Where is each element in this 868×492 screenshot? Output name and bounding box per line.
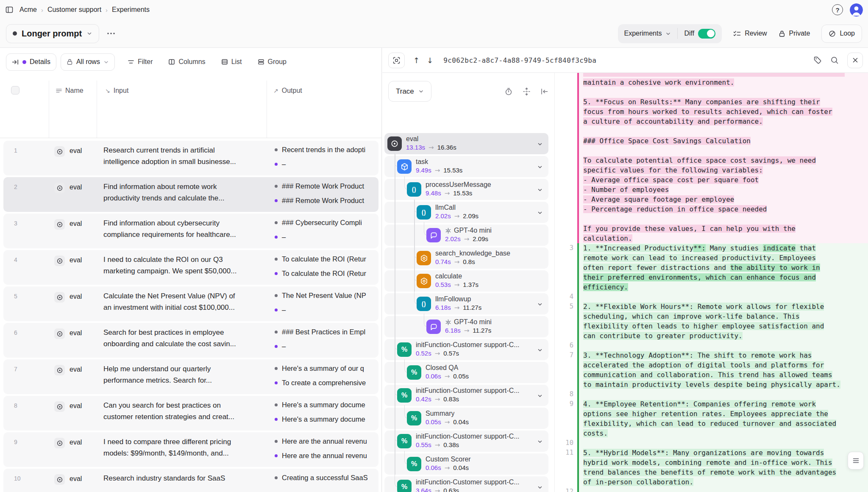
trace-node[interactable]: GPT-4o mini2.02s→2.09s <box>384 225 548 246</box>
close-icon[interactable] <box>847 53 863 68</box>
diff-toggle[interactable] <box>698 29 715 39</box>
row-input: Search for best practices in employee <box>103 328 268 337</box>
experiment-name: Longer prompt <box>22 29 82 39</box>
rows-filter-dropdown[interactable]: All rows <box>61 53 115 71</box>
trace-node[interactable]: calculate0.53s→1.37s <box>384 270 548 292</box>
trace-node[interactable]: task9.49s→15.53s <box>384 156 548 177</box>
diff-line-added: remote work can lead to increased produc… <box>583 253 868 263</box>
diff-toggle-group: Diff <box>678 29 722 39</box>
diff-line-added: to maintain productivity levels despite … <box>583 380 868 389</box>
table-row[interactable]: 1evalResearch current trends in artifici… <box>3 141 378 175</box>
row-output: – <box>275 233 378 241</box>
trace-node[interactable]: GPT-4o mini6.18s→11.27s <box>384 316 548 337</box>
fn-span-icon: () <box>407 182 421 197</box>
group-button[interactable]: Group <box>258 58 287 66</box>
trace-node[interactable]: %initFunction-Customer support-C...3.64s… <box>384 476 548 492</box>
breadcrumb-section[interactable]: Experiments <box>112 6 150 14</box>
table-row[interactable]: 3evalFind information about cybersecurit… <box>3 214 378 248</box>
trace-node[interactable]: %initFunction-Customer support-C...0.55s… <box>384 431 548 452</box>
column-header-input[interactable]: ↘ Input <box>105 87 128 95</box>
span-durations: 0.42s→0.83s <box>416 395 459 403</box>
private-button[interactable]: Private <box>779 30 810 37</box>
diff-line-removed: If you provide these values, I can help … <box>583 224 868 233</box>
trace-view-selector[interactable]: Trace <box>388 81 431 102</box>
output-marker-dot <box>275 403 278 406</box>
table-row[interactable]: 9evalI need to compare three different p… <box>3 432 378 467</box>
diff-line-added: often report fewer distractions and the … <box>583 263 868 272</box>
column-separator[interactable] <box>267 81 267 138</box>
expand-trace-icon[interactable] <box>388 53 405 68</box>
timing-icon[interactable] <box>504 87 513 96</box>
trace-node[interactable]: search_knowledge_base0.74s→0.8s <box>384 247 548 269</box>
column-separator[interactable] <box>97 81 97 138</box>
table-row[interactable]: 10evalResearch industry standards for Sa… <box>3 469 378 492</box>
row-number: 8 <box>14 402 17 409</box>
review-button[interactable]: Review <box>733 30 767 37</box>
chevron-down-icon <box>103 59 109 65</box>
table-row[interactable]: 5evalCalculate the Net Present Value (NP… <box>3 286 378 321</box>
select-all-checkbox[interactable] <box>11 86 19 95</box>
sidebar-toggle-icon[interactable] <box>5 6 14 14</box>
span-durations: 0.52s→0.57s <box>416 350 459 357</box>
row-output: ### Remote Work Product <box>275 197 378 205</box>
output-marker-dot <box>275 221 278 224</box>
span-durations: 0.74s→0.8s <box>435 258 475 266</box>
view-selector[interactable]: Experiments <box>618 30 678 37</box>
arrow-up-right-icon: ↗ <box>273 87 278 94</box>
column-header-name[interactable]: Name <box>56 87 83 95</box>
breadcrumb-org[interactable]: Acme <box>19 6 37 14</box>
trace-node[interactable]: %initFunction-Customer support-C...0.42s… <box>384 385 548 406</box>
loop-label: Loop <box>840 30 855 37</box>
row-output: Here's a summary of our q <box>275 364 378 372</box>
table-row[interactable]: 7evalHelp me understand our quarterlyper… <box>3 359 378 394</box>
table-row[interactable]: 8evalCan you search for best practices o… <box>3 396 378 431</box>
table-row[interactable]: 6evalSearch for best practices in employ… <box>3 323 378 358</box>
span-durations: 0.06s→0.04s <box>426 464 469 472</box>
diff-line-removed <box>583 126 868 136</box>
diff-line-added <box>583 292 868 302</box>
diff-line-number: 10 <box>555 438 573 448</box>
diff-line-added: 5. **Hybrid Models**: Many organizations… <box>583 448 868 458</box>
previous-row-icon[interactable]: ↑ <box>413 56 420 65</box>
help-icon[interactable]: ? <box>832 4 843 15</box>
trace-node[interactable]: ()llmCall2.02s→2.09s <box>384 202 548 223</box>
eval-type-icon <box>54 365 65 375</box>
next-row-icon[interactable]: ↓ <box>427 56 433 65</box>
collapse-panel-icon[interactable] <box>540 88 548 95</box>
avatar[interactable] <box>850 3 863 17</box>
diff-line-added: of in-person collaboration. <box>583 477 868 487</box>
details-button[interactable]: Details <box>6 53 56 71</box>
trace-node[interactable]: ()llmFollowup6.18s→11.27s <box>384 293 548 314</box>
trace-node[interactable]: %Closed QA0.06s→0.05s <box>384 362 548 383</box>
tag-icon[interactable] <box>813 56 822 64</box>
raw-view-toggle-icon[interactable] <box>848 452 864 470</box>
table-row[interactable]: 2evalFind information about remote workp… <box>3 177 378 212</box>
output-marker-dot <box>275 345 278 348</box>
more-options-icon[interactable] <box>107 32 115 35</box>
details-label: Details <box>30 58 50 66</box>
trace-node[interactable]: %Summary0.05s→0.04s <box>384 408 548 429</box>
span-name: search_knowledge_base <box>435 250 510 257</box>
column-header-output[interactable]: ↗ Output <box>273 87 302 95</box>
row-name: eval <box>70 183 82 191</box>
trace-node[interactable]: %initFunction-Customer support-C...0.52s… <box>384 339 548 360</box>
diff-label: Diff <box>684 30 694 37</box>
filter-button[interactable]: Filter <box>128 58 153 66</box>
expand-all-icon[interactable] <box>523 87 531 96</box>
top-navigation-bar: Acme › Customer support › Experiments ? <box>0 0 868 19</box>
diff-line-added: efficiency. <box>583 282 868 292</box>
fn-span-icon: () <box>417 205 431 220</box>
span-name: eval <box>406 135 418 143</box>
columns-button[interactable]: Columns <box>168 58 205 66</box>
search-icon[interactable] <box>830 56 839 64</box>
loop-button[interactable]: Loop <box>821 25 862 43</box>
span-durations: 6.18s→11.27s <box>435 304 481 311</box>
table-row[interactable]: 4evalI need to calculate the ROI on our … <box>3 250 378 285</box>
breadcrumb-project[interactable]: Customer support <box>47 6 101 14</box>
list-button[interactable]: List <box>221 58 242 66</box>
experiment-selector[interactable]: Longer prompt <box>6 24 99 43</box>
trace-node[interactable]: eval13.13s→16.36s <box>384 133 548 154</box>
trace-node[interactable]: ()processUserMessage9.48s→15.53s <box>384 179 548 200</box>
trace-node[interactable]: %Custom Scorer0.06s→0.04s <box>384 453 548 475</box>
column-separator[interactable] <box>49 81 49 138</box>
